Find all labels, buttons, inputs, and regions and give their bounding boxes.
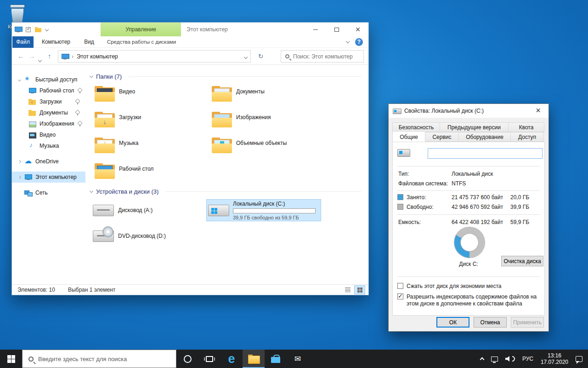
music-icon: [28, 143, 36, 150]
drive-tile-floppy-a[interactable]: Дисковод (A:): [93, 199, 201, 221]
clock[interactable]: 13:16 17.07.2020: [537, 350, 572, 368]
cortana-button[interactable]: [176, 350, 198, 368]
folder-tile-documents[interactable]: Документы: [212, 86, 320, 102]
chevron-down-icon: [90, 189, 93, 193]
chevron-down-icon[interactable]: [17, 78, 21, 81]
compress-checkbox[interactable]: [397, 283, 403, 289]
window-title: Этот компьютер: [187, 23, 228, 36]
sidebar-item-quick-access[interactable]: Быстрый доступ: [12, 74, 85, 85]
tab-view[interactable]: Вид: [79, 36, 99, 48]
close-icon[interactable]: [347, 23, 368, 36]
breadcrumb-chevron-icon[interactable]: [72, 53, 74, 60]
back-button[interactable]: [17, 48, 24, 65]
folder-tile-pictures[interactable]: Изображения: [212, 112, 320, 127]
sidebar-item-onedrive[interactable]: OneDrive: [12, 156, 85, 167]
chevron-right-icon[interactable]: [17, 160, 21, 163]
start-button[interactable]: [0, 350, 22, 368]
forward-button[interactable]: [28, 48, 35, 65]
sidebar-item-this-pc[interactable]: Этот компьютер: [12, 172, 85, 183]
tab-file[interactable]: Файл: [12, 36, 34, 48]
dialog-tabs-row2: Общие Сервис Оборудование Доступ: [392, 132, 543, 142]
edge-button[interactable]: [220, 350, 243, 368]
tray-overflow-button[interactable]: [477, 350, 487, 368]
drive-tile-dvd-d[interactable]: DVD-дисковод (D:): [93, 225, 201, 247]
volume-tray-button[interactable]: [502, 350, 519, 368]
sidebar-item-pictures[interactable]: Изображения: [12, 118, 85, 129]
sidebar-item-downloads[interactable]: Загрузки: [12, 96, 85, 107]
qat-properties-icon[interactable]: [26, 27, 31, 32]
minimize-button[interactable]: [305, 23, 326, 36]
apply-button[interactable]: Применить: [511, 317, 544, 328]
speaker-icon: [505, 356, 511, 362]
mail-button[interactable]: [287, 350, 309, 368]
refresh-button[interactable]: [254, 50, 267, 63]
address-dropdown-chevron-icon[interactable]: [244, 55, 248, 58]
taskbar-search-box[interactable]: Введите здесь текст для поиска: [22, 350, 176, 368]
language-indicator[interactable]: РУС: [519, 350, 537, 368]
manage-contextual-tab[interactable]: Управление: [101, 23, 181, 36]
tab-sharing[interactable]: Доступ: [510, 132, 544, 142]
folder-tile-videos[interactable]: Видео: [95, 86, 203, 102]
items-count: Элементов: 10: [17, 287, 55, 293]
chevron-right-icon[interactable]: [17, 175, 21, 178]
drive-icon: [393, 108, 401, 114]
folder-tile-downloads[interactable]: Загрузки: [95, 112, 203, 127]
breadcrumb[interactable]: Этот компьютер: [77, 53, 118, 60]
task-view-button[interactable]: [198, 350, 220, 368]
tiles-view-button[interactable]: [355, 286, 365, 294]
index-checkbox[interactable]: [397, 293, 403, 299]
tab-general[interactable]: Общие: [392, 131, 425, 142]
tab-quota[interactable]: Квота: [508, 122, 544, 132]
action-center-button[interactable]: [572, 350, 586, 368]
folder-tile-desktop[interactable]: Рабочий стол: [95, 163, 203, 179]
qat-new-folder-icon[interactable]: [35, 27, 41, 32]
store-button[interactable]: [265, 350, 287, 368]
file-explorer-button[interactable]: [243, 350, 265, 368]
up-button[interactable]: [48, 48, 51, 65]
tab-computer[interactable]: Компьютер: [39, 36, 74, 48]
sidebar-item-videos[interactable]: Видео: [12, 129, 85, 140]
dialog-title: Свойства: Локальный диск (C:): [404, 108, 484, 114]
recent-locations-chevron-icon[interactable]: [38, 58, 42, 62]
tab-hardware[interactable]: Оборудование: [458, 132, 511, 142]
qat-customize-chevron-icon[interactable]: [45, 28, 49, 31]
index-checkbox-label[interactable]: Разрешить индексировать содержимое файло…: [407, 293, 540, 307]
used-size: 20,0 ГБ: [510, 194, 529, 201]
tab-tools[interactable]: Сервис: [425, 132, 459, 142]
close-icon[interactable]: [528, 104, 548, 117]
sidebar-item-documents[interactable]: Документы: [12, 107, 85, 118]
folder-icon: [248, 355, 259, 363]
filesystem-label: Файловая система:: [398, 180, 448, 187]
this-pc-icon: [24, 174, 32, 181]
this-pc-icon: [62, 54, 68, 59]
videos-icon: [28, 132, 36, 138]
volume-label-input[interactable]: [428, 148, 543, 159]
status-bar: Элементов: 10 Выбран 1 элемент: [12, 284, 368, 295]
folder-tile-3d-objects[interactable]: Объемные объекты: [212, 138, 320, 153]
tab-previous-versions[interactable]: Предыдущие версии: [440, 122, 509, 132]
group-header-devices[interactable]: Устройства и диски (3): [90, 187, 361, 196]
tab-security[interactable]: Безопасность: [392, 122, 440, 132]
folder-tile-music[interactable]: Музыка: [95, 138, 203, 153]
cancel-button[interactable]: Отмена: [474, 317, 507, 328]
recycle-bin-icon[interactable]: [9, 4, 26, 23]
sidebar-item-music[interactable]: Музыка: [12, 140, 85, 151]
details-view-button[interactable]: [343, 286, 353, 294]
disk-cleanup-button[interactable]: Очистка диска: [501, 256, 543, 266]
help-icon[interactable]: [355, 38, 363, 46]
pin-icon: [77, 88, 82, 93]
system-menu-icon[interactable]: [15, 27, 22, 32]
compress-checkbox-label[interactable]: Сжать этот диск для экономии места: [407, 283, 540, 290]
explorer-search-box[interactable]: Поиск: Этот компьютер: [281, 50, 364, 63]
group-header-folders[interactable]: Папки (7): [90, 72, 361, 80]
desktop-icon: [28, 87, 36, 94]
sidebar-item-network[interactable]: Сеть: [12, 187, 85, 198]
expand-ribbon-chevron-icon[interactable]: [346, 40, 350, 43]
drive-tile-local-disk-c[interactable]: Локальный диск (C:) 39,9 ГБ свободно из …: [206, 199, 321, 221]
sidebar-item-desktop[interactable]: Рабочий стол: [12, 85, 85, 96]
ok-button[interactable]: ОК: [436, 317, 469, 328]
tab-drive-tools[interactable]: Средства работы с дисками: [102, 36, 181, 48]
maximize-button[interactable]: [326, 23, 347, 36]
network-tray-button[interactable]: [487, 350, 502, 368]
address-bar[interactable]: Этот компьютер: [58, 50, 251, 63]
